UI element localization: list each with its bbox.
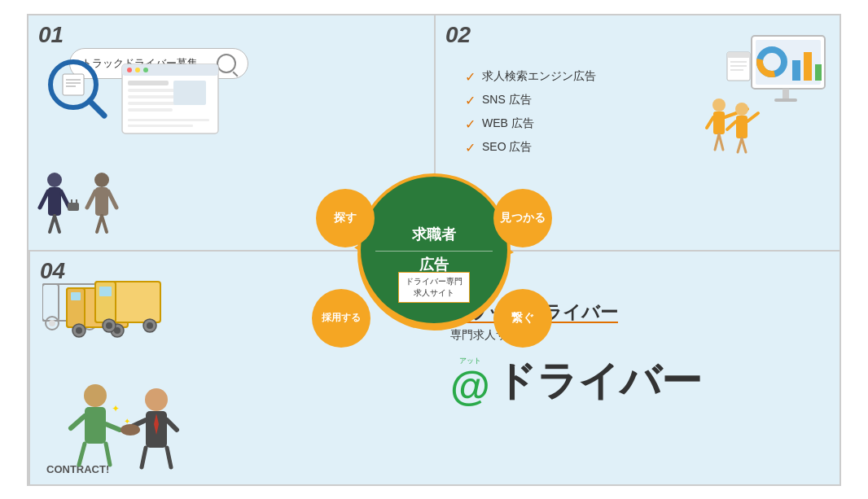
svg-rect-11 [128, 81, 169, 85]
center-top-label: 求職者 [412, 225, 456, 244]
svg-rect-49 [713, 112, 725, 134]
svg-rect-25 [68, 203, 79, 211]
svg-line-31 [108, 191, 116, 208]
svg-line-94 [167, 420, 177, 430]
bubble-mitsukaru: 見つかる [493, 189, 552, 247]
svg-point-54 [735, 103, 748, 116]
svg-rect-82 [85, 407, 106, 444]
bubble-tsunagu: 繋ぐ [493, 289, 552, 348]
svg-line-57 [727, 121, 736, 129]
contract-illustration: CONTRACT! ✦ ✦ [38, 371, 217, 480]
svg-line-83 [71, 416, 85, 428]
svg-line-59 [742, 138, 746, 152]
svg-line-56 [747, 113, 758, 121]
svg-point-48 [712, 98, 726, 112]
svg-line-86 [106, 444, 110, 465]
svg-point-28 [94, 173, 109, 187]
svg-rect-75 [99, 287, 112, 296]
svg-rect-15 [128, 108, 173, 112]
document-stack [118, 60, 224, 145]
svg-rect-18 [128, 125, 193, 127]
svg-line-95 [142, 448, 146, 467]
svg-line-51 [707, 117, 713, 128]
svg-rect-16 [173, 81, 206, 105]
svg-point-70 [76, 327, 82, 334]
svg-line-33 [102, 216, 107, 232]
svg-line-24 [55, 216, 59, 232]
check-icon-1: ✓ [465, 69, 476, 85]
svg-point-77 [106, 322, 112, 329]
svg-line-96 [167, 448, 171, 467]
svg-rect-36 [792, 60, 800, 81]
svg-text:✦: ✦ [112, 403, 120, 414]
trucks-illustration [42, 264, 205, 348]
svg-point-93 [121, 424, 140, 436]
svg-rect-37 [804, 52, 812, 81]
svg-line-30 [87, 191, 95, 208]
svg-point-81 [84, 384, 107, 407]
bubble-saiyo: 採用する [312, 289, 370, 348]
svg-rect-38 [815, 64, 822, 81]
check-icon-2: ✓ [465, 93, 476, 108]
ad-text-2: SNS 広告 [482, 93, 532, 107]
svg-rect-68 [71, 292, 81, 300]
bubble-sagasu: 探す [316, 189, 375, 247]
svg-point-64 [49, 320, 55, 326]
center-diagram: 求職者 広告 探す 見つかる 繋ぐ 採用する ドライバー専門 求人サイト [304, 120, 564, 380]
svg-point-9 [135, 68, 140, 72]
svg-rect-14 [128, 102, 181, 105]
svg-rect-41 [783, 89, 789, 98]
q1-number: 01 [38, 22, 64, 48]
svg-point-8 [127, 68, 132, 72]
svg-line-1 [90, 101, 104, 116]
svg-rect-13 [128, 95, 177, 98]
monitor-illustration [703, 32, 833, 157]
svg-point-19 [47, 173, 62, 187]
svg-rect-55 [736, 116, 747, 138]
svg-rect-42 [774, 98, 797, 102]
svg-line-85 [79, 444, 85, 465]
svg-rect-44 [727, 52, 750, 58]
svg-point-89 [145, 388, 168, 411]
ad-text-1: 求人検索エンジン広告 [482, 69, 596, 84]
svg-point-10 [143, 68, 148, 72]
driver-site-label: ドライバー専門 求人サイト [398, 272, 470, 303]
svg-line-21 [40, 191, 48, 208]
svg-rect-61 [42, 284, 59, 321]
q2-number: 02 [445, 22, 471, 48]
people-illustration-q1 [37, 165, 126, 242]
magnify-illustration [45, 56, 110, 125]
main-container: 01 トラックドライバー募集 [27, 14, 841, 486]
svg-rect-17 [128, 119, 209, 121]
svg-line-84 [106, 424, 120, 430]
center-divider [375, 251, 493, 252]
svg-line-53 [719, 134, 723, 150]
svg-point-79 [147, 322, 153, 329]
svg-rect-2 [63, 74, 84, 95]
